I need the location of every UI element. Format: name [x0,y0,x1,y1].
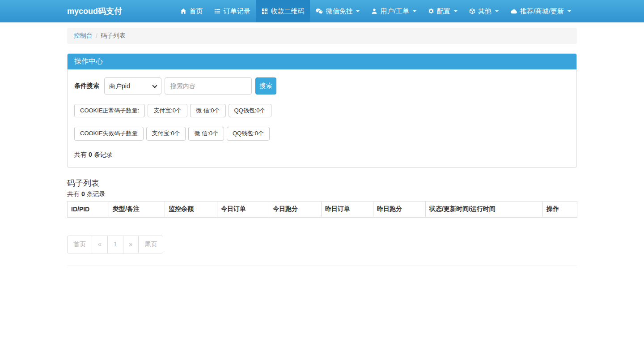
search-type-select-wrap: 商户pid [104,77,161,94]
record-count-prefix: 共有 [67,190,80,197]
wechat-icon [316,8,323,14]
pagination-last[interactable]: 尾页 [138,236,163,253]
panel-record-count: 共有0条记录 [74,151,570,159]
nav-item-recommend[interactable]: 推荐/商城/更新 [504,0,577,22]
footer-divider [67,266,577,266]
panel-body: 条件搜索 商户pid 搜索 COOKIE正常码子数量: 支付宝:0个 微 信:0… [68,69,576,167]
pagination-first[interactable]: 首页 [67,236,92,253]
col-header-yesterday-orders: 昨日订单 [322,201,373,217]
pagination-prev[interactable]: « [92,236,108,253]
list-icon [214,8,220,14]
pagination-next[interactable]: » [123,236,139,253]
chevron-down-icon [495,10,499,12]
col-header-today-orders: 今日订单 [217,201,269,217]
alipay-invalid-count-button[interactable]: 支付宝:0个 [146,127,186,140]
cloud-icon [510,8,517,14]
code-list-table: ID/PID 类型/备注 监控余额 今日订单 今日跑分 昨日订单 昨日跑分 状态… [67,201,577,218]
home-icon [180,8,186,14]
nav-item-label: 首页 [189,7,203,16]
breadcrumb-current: 码子列表 [101,32,126,40]
col-header-actions: 操作 [543,201,577,217]
search-label: 条件搜索 [74,82,99,90]
nav-item-label: 微信免挂 [326,7,352,16]
nav-item-other[interactable]: 其他 [463,0,504,22]
nav-item-home[interactable]: 首页 [174,0,208,22]
operation-panel: 操作中心 条件搜索 商户pid 搜索 COOKIE正常码子数量: 支付宝:0个 … [67,53,577,167]
breadcrumb: 控制台 / 码子列表 [67,28,577,44]
col-header-yesterday-score: 昨日跑分 [373,201,426,217]
brand-logo[interactable]: mycoud码支付 [67,0,122,22]
top-navbar: mycoud码支付 首页 订单记录 收款二维码 [0,0,644,22]
record-count-prefix: 共有 [74,151,87,158]
col-header-balance: 监控余额 [165,201,217,217]
record-count-value: 0 [87,151,94,158]
nav-item-label: 推荐/商城/更新 [520,7,564,16]
main-nav: 首页 订单记录 收款二维码 微信免挂 [174,0,577,22]
search-type-select[interactable]: 商户pid [104,77,161,94]
cookie-normal-count-button[interactable]: COOKIE正常码子数量: [74,104,145,117]
breadcrumb-home-link[interactable]: 控制台 [74,32,93,40]
qrcode-icon [262,8,268,14]
panel-title: 操作中心 [68,54,576,69]
nav-item-label: 其他 [478,7,491,16]
chevron-down-icon [356,10,360,12]
nav-item-label: 配置 [437,7,450,16]
col-header-id-pid: ID/PID [68,201,109,217]
cube-icon [469,8,475,14]
breadcrumb-separator: / [93,32,101,39]
stats-normal-row: COOKIE正常码子数量: 支付宝:0个 微 信:0个 QQ钱包:0个 [74,104,570,117]
list-record-count: 共有0条记录 [67,190,577,198]
qqwallet-normal-count-button[interactable]: QQ钱包:0个 [229,104,271,117]
chevron-down-icon [454,10,458,12]
record-count-value: 0 [80,190,87,197]
record-count-suffix: 条记录 [94,151,113,158]
nav-item-qrcode[interactable]: 收款二维码 [256,0,310,22]
wechat-invalid-count-button[interactable]: 微 信:0个 [188,127,224,140]
table-header-row: ID/PID 类型/备注 监控余额 今日订单 今日跑分 昨日订单 昨日跑分 状态… [68,201,577,217]
nav-item-wechat[interactable]: 微信免挂 [310,0,365,22]
nav-item-config[interactable]: 配置 [422,0,463,22]
nav-item-label: 订单记录 [223,7,250,16]
pagination: 首页 « 1 » 尾页 [67,236,163,253]
chevron-down-icon [568,10,571,12]
search-input[interactable] [165,77,252,94]
stats-invalid-row: COOKIE失效码子数量 支付宝:0个 微 信:0个 QQ钱包:0个 [74,127,570,140]
cookie-invalid-count-button[interactable]: COOKIE失效码子数量 [74,127,144,140]
search-button[interactable]: 搜索 [255,77,276,94]
pagination-page-1[interactable]: 1 [107,236,123,253]
wechat-normal-count-button[interactable]: 微 信:0个 [190,104,225,117]
search-form: 条件搜索 商户pid 搜索 [74,77,570,94]
chevron-down-icon [413,10,416,12]
alipay-normal-count-button[interactable]: 支付宝:0个 [148,104,187,117]
gear-icon [428,8,434,14]
user-icon [371,8,377,14]
record-count-suffix: 条记录 [87,190,106,197]
nav-item-orders[interactable]: 订单记录 [208,0,256,22]
nav-item-users[interactable]: 用户/工单 [365,0,422,22]
nav-item-label: 收款二维码 [271,7,304,16]
col-header-type: 类型/备注 [109,201,165,217]
nav-item-label: 用户/工单 [380,7,409,16]
qqwallet-invalid-count-button[interactable]: QQ钱包:0个 [227,127,270,140]
col-header-today-score: 今日跑分 [269,201,322,217]
list-title: 码子列表 [67,178,577,189]
col-header-status-time: 状态/更新时间/运行时间 [426,201,543,217]
